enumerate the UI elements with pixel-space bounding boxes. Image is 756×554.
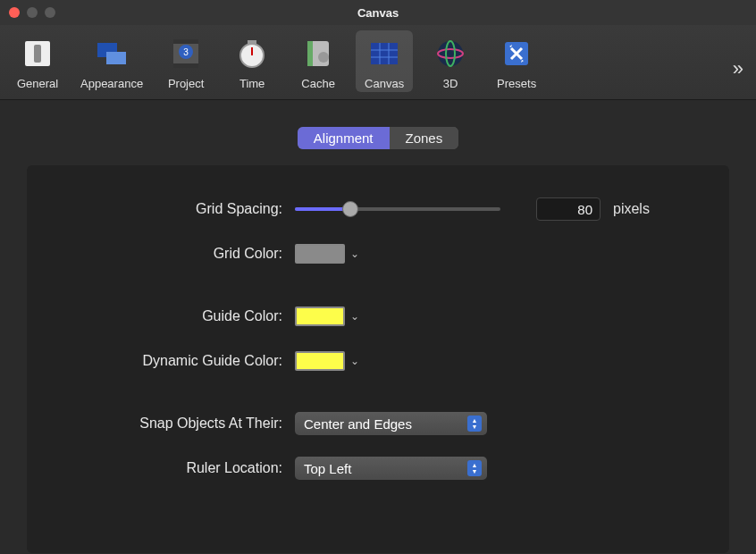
subtab-segmented: Alignment Zones [27,127,729,149]
form-area: Grid Spacing: 80 pixels Grid Color: [27,165,729,553]
grid-spacing-slider[interactable] [295,200,500,218]
chevron-down-icon[interactable]: ⌄ [350,310,359,323]
general-icon [18,34,57,73]
tab-label: Canvas [365,77,404,90]
cache-icon [298,34,338,73]
svg-rect-15 [371,43,398,64]
snap-objects-label: Snap Objects At Their: [45,416,295,432]
tab-label: Cache [301,77,335,90]
tab-label: General [17,77,58,90]
grid-color-swatch[interactable] [295,244,345,264]
close-button[interactable] [9,7,20,18]
grid-spacing-unit: pixels [613,201,650,217]
ruler-location-popup[interactable]: Top Left ▲▼ [295,457,487,480]
minimize-button[interactable] [27,7,38,18]
subtab-alignment[interactable]: Alignment [298,127,390,149]
snap-objects-popup[interactable]: Center and Edges ▲▼ [295,412,487,435]
chevron-down-icon[interactable]: ⌄ [350,248,359,260]
ruler-location-value: Top Left [304,461,351,476]
svg-rect-13 [307,41,313,66]
svg-point-14 [318,52,329,63]
tab-cache[interactable]: Cache [290,30,347,92]
tab-project[interactable]: 3 Project [157,30,214,92]
svg-text:3: 3 [183,47,189,57]
dynamic-guide-color-swatch[interactable] [295,351,345,371]
svg-rect-1 [34,45,41,63]
presets-icon [497,34,536,73]
svg-rect-10 [248,40,256,44]
time-icon [232,34,272,73]
toolbar-overflow-icon[interactable]: » [733,57,743,80]
popup-arrows-icon: ▲▼ [467,416,482,432]
project-icon: 3 [166,34,206,73]
ruler-location-label: Ruler Location: [45,460,295,476]
grid-spacing-value[interactable]: 80 [536,197,601,221]
tab-time[interactable]: Time [223,30,281,92]
guide-color-swatch[interactable] [295,306,345,326]
tab-label: 3D [443,77,458,90]
canvas-icon [365,34,404,73]
tab-3d[interactable]: 3D [422,30,479,92]
tab-presets[interactable]: Presets [488,30,545,92]
titlebar: Canvas [0,0,756,25]
tab-label: Appearance [80,77,143,90]
tab-canvas[interactable]: Canvas [356,30,413,92]
chevron-down-icon[interactable]: ⌄ [350,355,359,367]
window-title: Canvas [357,6,399,20]
3d-icon [431,34,470,73]
svg-rect-3 [106,52,126,64]
tab-label: Project [168,77,204,90]
tab-label: Time [239,77,265,90]
svg-rect-5 [173,39,198,44]
tab-label: Presets [497,77,536,90]
zoom-button[interactable] [45,7,55,18]
grid-spacing-label: Grid Spacing: [45,201,295,217]
guide-color-label: Guide Color: [45,308,295,324]
preferences-toolbar: General Appearance 3 Project Time Cache [0,25,756,100]
tab-appearance[interactable]: Appearance [75,30,148,92]
subtab-zones[interactable]: Zones [390,127,459,149]
popup-arrows-icon: ▲▼ [467,460,482,476]
tab-general[interactable]: General [9,30,66,92]
grid-color-label: Grid Color: [45,246,295,262]
svg-point-20 [438,41,463,66]
dynamic-guide-color-label: Dynamic Guide Color: [45,353,295,369]
appearance-icon [92,34,131,73]
svg-rect-6 [173,63,198,68]
snap-objects-value: Center and Edges [304,416,412,432]
